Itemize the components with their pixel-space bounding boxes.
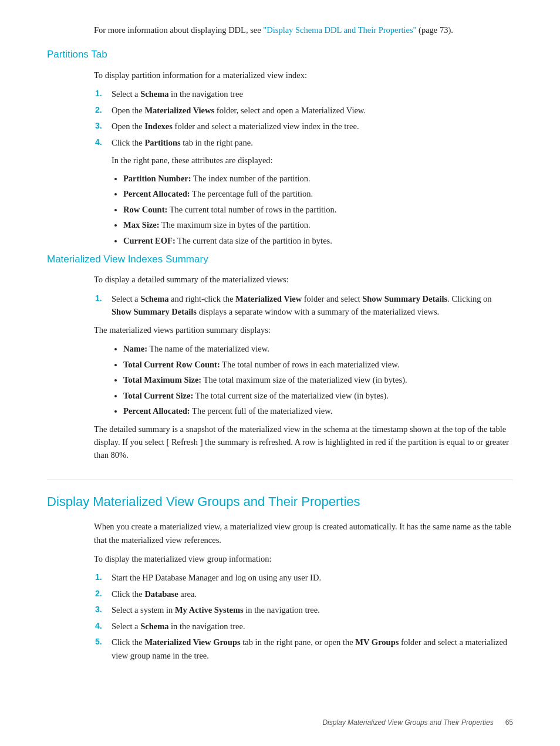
summary-items-list: Name: The name of the materialized view.…: [47, 342, 513, 417]
attribute-max-size: Max Size: The maximum size in bytes of t…: [123, 218, 513, 231]
intro-text: For more information about displaying DD…: [94, 25, 263, 35]
intro-suffix: (page 73).: [416, 25, 453, 35]
mv-groups-step-3: 3. Select a system in My Active Systems …: [112, 603, 513, 616]
mv-groups-para2: To display the materialized view group i…: [47, 552, 513, 565]
attribute-percent-allocated: Percent Allocated: The percentage full o…: [123, 187, 513, 200]
mv-indexes-summary-heading: Materialized View Indexes Summary: [47, 252, 513, 267]
attribute-current-eof: Current EOF: The current data size of th…: [123, 234, 513, 247]
footer-title: Display Materialized View Groups and The…: [322, 717, 493, 728]
partitions-step-4: 4. Click the Partitions tab in the right…: [112, 136, 513, 149]
mv-indexes-steps: 1. Select a Schema and right-click the M…: [47, 292, 513, 319]
footer-page-num: 65: [505, 717, 513, 728]
summary-total-current-size: Total Current Size: The total current si…: [123, 389, 513, 402]
mv-groups-step-4: 4. Select a Schema in the navigation tre…: [112, 620, 513, 633]
mv-groups-step-5: 5. Click the Materialized View Groups ta…: [112, 636, 513, 662]
intro-link[interactable]: "Display Schema DDL and Their Properties…: [263, 25, 416, 35]
partitions-step-1: 1. Select a Schema in the navigation tre…: [112, 87, 513, 100]
mv-groups-steps: 1. Start the HP Database Manager and log…: [47, 571, 513, 662]
summary-total-max-size: Total Maximum Size: The total maximum si…: [123, 373, 513, 386]
summary-percent-allocated: Percent Allocated: The percent full of t…: [123, 404, 513, 417]
attributes-intro: In the right pane, these attributes are …: [47, 154, 513, 167]
partitions-tab-intro: To display partition information for a m…: [47, 69, 513, 82]
mv-groups-step-2: 2. Click the Database area.: [112, 588, 513, 600]
page-footer: Display Materialized View Groups and The…: [322, 717, 513, 728]
partitions-tab-heading: Partitions Tab: [47, 47, 513, 62]
summary-name: Name: The name of the materialized view.: [123, 342, 513, 355]
mv-indexes-intro: To display a detailed summary of the mat…: [47, 273, 513, 286]
intro-paragraph: For more information about displaying DD…: [47, 23, 513, 36]
attribute-row-count: Row Count: The current total number of r…: [123, 203, 513, 216]
summary-total-row-count: Total Current Row Count: The total numbe…: [123, 358, 513, 371]
detail-snapshot-text: The detailed summary is a snapshot of th…: [47, 423, 513, 462]
partitions-step-2: 2. Open the Materialized Views folder, s…: [112, 104, 513, 117]
mv-groups-para1: When you create a materialized view, a m…: [47, 520, 513, 546]
partitions-step-3: 3. Open the Indexes folder and select a …: [112, 120, 513, 133]
summary-intro: The materialized views partition summary…: [47, 323, 513, 336]
attributes-list: Partition Number: The index number of th…: [47, 172, 513, 247]
mv-indexes-step-1: 1. Select a Schema and right-click the M…: [112, 292, 513, 319]
partitions-steps-list: 1. Select a Schema in the navigation tre…: [47, 87, 513, 149]
attribute-partition-number: Partition Number: The index number of th…: [123, 172, 513, 185]
display-mv-groups-heading: Display Materialized View Groups and The…: [47, 480, 513, 512]
mv-groups-step-1: 1. Start the HP Database Manager and log…: [112, 571, 513, 584]
